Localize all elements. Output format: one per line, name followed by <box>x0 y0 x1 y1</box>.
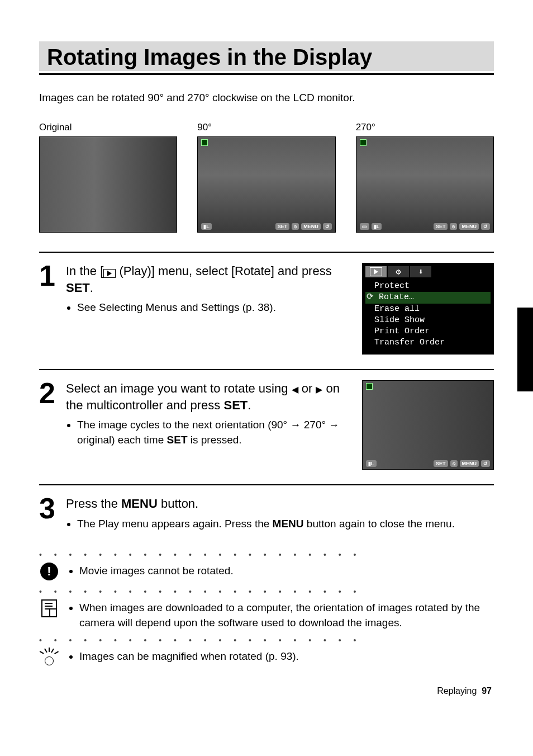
document-icon <box>41 599 57 617</box>
warning-text: Movie images cannot be rotated. <box>79 564 234 579</box>
page-footer: Replaying 97 <box>39 686 494 696</box>
text: The image cycles to the next orientation… <box>77 419 290 431</box>
step-number: 3 <box>39 495 66 533</box>
play-menu-screenshot: ⚙ ⬇ Protect ⟳ Rotate… Erase all Slide Sh… <box>362 263 494 355</box>
set-chip: SET <box>275 223 290 230</box>
menu-items: Protect ⟳ Rotate… Erase all Slide Show P… <box>365 281 491 349</box>
rotate-indicator-icon <box>360 139 367 146</box>
text: is pressed. <box>187 434 241 446</box>
info-text: When images are downloaded to a computer… <box>79 601 494 630</box>
example-label: 90° <box>197 122 335 133</box>
title-underline <box>39 73 494 75</box>
menu-chip: MENU <box>460 460 479 467</box>
back-chip: ↺ <box>164 223 173 230</box>
step-1: 1 In the [ (Play)] menu, select [Rotate]… <box>39 252 494 369</box>
back-chip: ↺ <box>323 223 332 230</box>
zoom-chip: ⍉ <box>450 460 458 467</box>
menu-label: MENU <box>121 497 158 511</box>
example-label: 270° <box>356 122 494 133</box>
size-icon: ▮L <box>43 223 54 230</box>
text: original) each time <box>77 434 167 446</box>
rotate-indicator-icon <box>43 139 50 146</box>
rotate-indicator-icon <box>201 139 208 146</box>
step-1-head: In the [ (Play)] menu, select [Rotate] a… <box>66 263 351 296</box>
example-image-original: ▮L SET ⍉ MENU ↺ <box>39 136 177 233</box>
intro-text: Images can be rotated 90° and 270° clock… <box>39 92 494 104</box>
warning-note: ! Movie images cannot be rotated. <box>39 561 494 582</box>
menu-item: Print Order <box>365 326 491 337</box>
divider-dots: • • • • • • • • • • • • • • • • • • • • … <box>39 587 494 596</box>
arrow-right-icon: → <box>290 419 301 431</box>
size-icon: ▮L <box>366 460 377 467</box>
size-icon: ▮L <box>201 223 212 230</box>
set-label: SET <box>223 398 248 412</box>
divider-dots: • • • • • • • • • • • • • • • • • • • • … <box>39 550 494 559</box>
lightbulb-icon <box>41 648 58 667</box>
menu-tab-setup: ⚙ <box>388 266 409 277</box>
step-number: 1 <box>39 263 66 355</box>
info-note: When images are downloaded to a computer… <box>39 598 494 630</box>
menu-tab-tools: ⬇ <box>410 266 431 277</box>
text: Press the <box>66 497 121 511</box>
zoom-chip: ⍉ <box>450 223 457 230</box>
set-label: SET <box>66 281 90 295</box>
menu-item: Transfer Order <box>365 337 491 348</box>
text: 270° <box>301 419 329 431</box>
step-3: 3 Press the MENU button. The Play menu a… <box>39 484 494 545</box>
page-title: Rotating Images in the Display <box>47 45 486 70</box>
menu-item: Erase all <box>365 304 491 315</box>
menu-item-selected: ⟳ Rotate… <box>365 292 491 303</box>
rotated-preview-image: ▮L SET ⍉ MENU ↺ <box>362 380 494 470</box>
section-name: Replaying <box>437 686 477 696</box>
page-number: 97 <box>482 686 492 696</box>
menu-chip: MENU <box>301 223 321 230</box>
zoom-chip: ⍉ <box>292 223 299 230</box>
text: The Play menu appears again. Press the <box>77 518 273 530</box>
back-chip: ↺ <box>481 223 490 230</box>
example-90: 90° ▮L SET ⍉ MENU ↺ <box>197 122 335 233</box>
back-chip: ↺ <box>481 460 490 467</box>
arrow-right-icon: ▶ <box>316 384 322 396</box>
step-2-bullet: The image cycles to the next orientation… <box>77 418 351 447</box>
menu-label: MENU <box>273 518 304 530</box>
rotation-examples: Original ▮L SET ⍉ MENU ↺ 90° ▮L SET ⍉ <box>39 122 494 233</box>
card-icon: ▭ <box>360 223 369 230</box>
text: button. <box>158 497 198 511</box>
menu-item: Slide Show <box>365 315 491 326</box>
exclamation-icon: ! <box>40 563 58 580</box>
step-3-head: Press the MENU button. <box>66 495 483 512</box>
tip-note: Images can be magnified when rotated (p.… <box>39 647 494 667</box>
text: or <box>298 381 316 395</box>
arrow-left-icon: ◀ <box>292 384 298 396</box>
set-label: SET <box>167 434 188 446</box>
example-image-270: ▭ ▮L SET ⍉ MENU ↺ <box>356 136 494 233</box>
step-number: 2 <box>39 380 66 470</box>
example-image-90: ▮L SET ⍉ MENU ↺ <box>197 136 335 233</box>
tip-text: Images can be magnified when rotated (p.… <box>79 649 299 664</box>
text: In the [ <box>66 264 103 278</box>
step-2: 2 Select an image you want to rotate usi… <box>39 369 494 484</box>
play-icon <box>103 269 116 278</box>
menu-chip: MENU <box>459 223 479 230</box>
set-chip: SET <box>434 460 448 467</box>
example-label: Original <box>39 122 177 133</box>
size-icon: ▮L <box>372 223 382 230</box>
step-2-head: Select an image you want to rotate using… <box>66 380 351 413</box>
rotate-indicator-icon <box>366 383 373 390</box>
menu-tab-play <box>365 266 387 277</box>
arrow-right-icon: → <box>329 419 339 431</box>
page-title-bar: Rotating Images in the Display <box>39 41 494 71</box>
text: button again to close the menu. <box>304 518 455 530</box>
zoom-chip: ⍉ <box>134 223 141 230</box>
text: (Play)] menu, select [Rotate] and press <box>116 264 331 278</box>
divider-dots: • • • • • • • • • • • • • • • • • • • • … <box>39 636 494 645</box>
menu-chip: MENU <box>143 223 163 230</box>
menu-item: Protect <box>365 281 491 292</box>
thumb-index-tab <box>517 308 533 391</box>
step-1-bullet: See Selecting Menus and Settings (p. 38)… <box>77 300 351 315</box>
text: . <box>248 398 251 412</box>
example-270: 270° ▭ ▮L SET ⍉ MENU ↺ <box>356 122 494 233</box>
example-original: Original ▮L SET ⍉ MENU ↺ <box>39 122 177 233</box>
step-3-bullet: The Play menu appears again. Press the M… <box>77 517 483 532</box>
set-chip: SET <box>434 223 448 230</box>
